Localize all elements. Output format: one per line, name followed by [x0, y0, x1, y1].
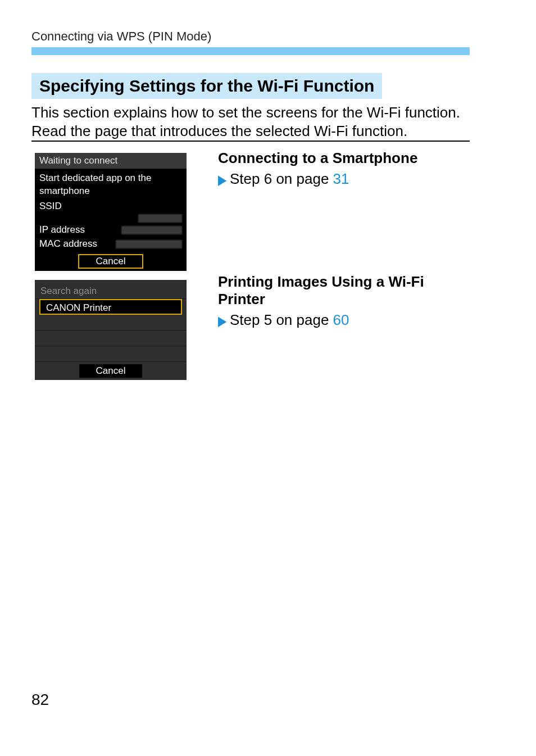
- header-underline: [31, 47, 470, 55]
- section-connecting-smartphone: Connecting to a Smartphone ▶Step 6 on pa…: [218, 150, 470, 210]
- step-text: Step 6 on page: [230, 170, 333, 187]
- screen1-instruction-line1: Start dedicated app on the: [39, 172, 182, 185]
- subsection-heading: Printing Images Using a Wi-Fi Printer: [218, 273, 470, 308]
- printer-item-label: CANON Printer: [46, 302, 175, 314]
- search-again-row[interactable]: Search again: [35, 283, 187, 299]
- triangle-icon: ▶: [218, 172, 226, 188]
- intro-paragraph: This section explains how to set the scr…: [31, 103, 470, 141]
- divider-line: [31, 141, 470, 142]
- triangle-icon: ▶: [218, 313, 226, 329]
- page-link[interactable]: 60: [333, 311, 349, 328]
- screen1-title: Waiting to connect: [35, 153, 187, 169]
- step-reference: ▶Step 5 on page 60: [218, 311, 470, 329]
- ssid-label: SSID: [39, 200, 182, 213]
- camera-screen-printer-list: Search again CANON Printer . . . Cancel: [35, 280, 187, 380]
- screen1-instruction-line2: smartphone: [39, 185, 182, 198]
- printer-item-selected[interactable]: CANON Printer: [39, 299, 182, 315]
- page-link[interactable]: 31: [333, 170, 349, 187]
- ip-address-label: IP address: [39, 224, 85, 237]
- list-row-empty: .: [35, 346, 187, 362]
- subsection-heading: Connecting to a Smartphone: [218, 150, 470, 167]
- step-reference: ▶Step 6 on page 31: [218, 170, 470, 188]
- mac-value-censored: [116, 240, 182, 248]
- list-row-empty: .: [35, 331, 187, 346]
- page-header: Connecting via WPS (PIN Mode): [31, 29, 211, 44]
- page-number: 82: [31, 691, 49, 709]
- ssid-value-censored: [138, 214, 182, 223]
- step-text: Step 5 on page: [230, 311, 333, 328]
- camera-screen-waiting: Waiting to connect Start dedicated app o…: [35, 153, 187, 271]
- section-printing-wifi: Printing Images Using a Wi-Fi Printer ▶S…: [218, 273, 470, 351]
- ip-value-censored: [121, 226, 182, 234]
- cancel-button[interactable]: Cancel: [79, 364, 143, 378]
- cancel-button[interactable]: Cancel: [78, 254, 144, 269]
- section-heading: Specifying Settings for the Wi-Fi Functi…: [31, 73, 382, 99]
- mac-address-label: MAC address: [39, 238, 97, 251]
- list-row-empty: .: [35, 315, 187, 331]
